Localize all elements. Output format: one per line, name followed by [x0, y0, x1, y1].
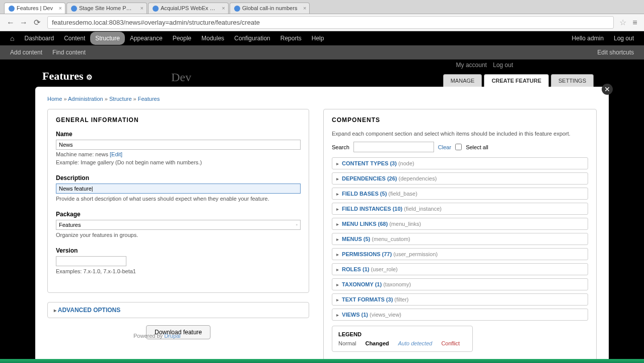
component-row[interactable]: ▸ CONTENT TYPES (3) (node) — [332, 157, 588, 169]
description-label: Description — [56, 174, 301, 182]
reload-button[interactable]: ⟳ — [31, 17, 42, 28]
package-input[interactable] — [56, 220, 301, 230]
close-icon[interactable]: × — [59, 5, 62, 11]
component-machine: (dependencies) — [399, 175, 437, 182]
component-title: FIELD INSTANCES (10) — [342, 206, 402, 212]
chevron-right-icon: ▸ — [336, 297, 339, 302]
menu-icon[interactable]: ≡ — [630, 18, 640, 27]
favicon-icon — [153, 6, 159, 12]
component-row[interactable]: ▸ MENU LINKS (68) (menu_links) — [332, 218, 588, 230]
overlay: Features⚙ MANAGE CREATE FEATURE SETTINGS… — [35, 67, 609, 363]
description-input[interactable] — [56, 184, 301, 194]
component-row[interactable]: ▸ FIELD BASES (5) (field_base) — [332, 188, 588, 200]
browser-tab[interactable]: Global call-in numbers× — [230, 3, 310, 14]
component-row[interactable]: ▸ DEPENDENCIES (26) (dependencies) — [332, 172, 588, 185]
add-content-link[interactable]: Add content — [5, 46, 47, 59]
package-help: Organize your features in groups. — [56, 232, 301, 238]
menu-appearance[interactable]: Appearance — [125, 32, 168, 45]
tab-manage[interactable]: MANAGE — [443, 74, 482, 87]
components-fieldset: COMPONENTS Expand each component section… — [323, 109, 597, 361]
close-icon[interactable]: × — [303, 5, 306, 11]
select-all-label: Select all — [466, 144, 488, 150]
breadcrumb-features[interactable]: Features — [138, 96, 160, 102]
browser-tab-strip: Features | Dev× Stage Site Home Page | S… — [0, 0, 644, 14]
breadcrumb-home[interactable]: Home — [47, 96, 62, 102]
url-input[interactable]: featuresdemo.local:8083/news#overlay=adm… — [47, 16, 614, 29]
find-content-link[interactable]: Find content — [47, 46, 91, 59]
logout-link[interactable]: Log out — [609, 32, 639, 45]
component-row[interactable]: ▸ TAXONOMY (1) (taxonomy) — [332, 278, 588, 290]
search-input[interactable] — [353, 142, 434, 152]
legend-conflict: Conflict — [441, 340, 460, 346]
component-title: TAXONOMY (1) — [342, 281, 382, 287]
select-all-checkbox[interactable] — [455, 144, 462, 150]
edit-shortcuts-link[interactable]: Edit shortcuts — [592, 46, 639, 59]
chevron-right-icon: ▸ — [336, 191, 339, 197]
hello-user[interactable]: Hello admin — [567, 32, 609, 45]
menu-help[interactable]: Help — [307, 32, 329, 45]
menu-reports[interactable]: Reports — [275, 32, 307, 45]
advanced-options-fieldset[interactable]: ADVANCED OPTIONS — [47, 302, 309, 318]
component-machine: (user_permission) — [393, 251, 438, 257]
page-background: My account Log out Dev Features⚙ MANAGE … — [0, 59, 644, 363]
bottom-bar — [0, 359, 644, 363]
name-input[interactable] — [56, 140, 301, 150]
gear-icon[interactable]: ⚙ — [86, 74, 93, 81]
version-label: Version — [56, 247, 301, 254]
menu-content[interactable]: Content — [59, 32, 90, 45]
description-help: Provide a short description of what user… — [56, 196, 301, 202]
legend-normal: Normal — [338, 340, 356, 346]
breadcrumb-admin[interactable]: Administration — [68, 96, 103, 102]
close-icon[interactable]: × — [222, 5, 225, 11]
clear-link[interactable]: Clear — [438, 144, 451, 150]
menu-configuration[interactable]: Configuration — [229, 32, 275, 45]
legend: LEGEND Normal Changed Auto detected Conf… — [332, 326, 473, 352]
page-title: Features⚙ — [42, 70, 93, 83]
dropdown-icon[interactable]: ◦ — [296, 222, 298, 227]
menu-structure[interactable]: Structure — [90, 32, 125, 45]
overlay-close-icon[interactable]: ✕ — [602, 84, 613, 95]
component-title: MENU LINKS (68) — [342, 221, 388, 227]
component-row[interactable]: ▸ VIEWS (1) (views_view) — [332, 309, 588, 321]
component-machine: (node) — [398, 160, 414, 166]
search-label: Search — [332, 144, 349, 150]
chevron-right-icon: ▸ — [336, 206, 339, 212]
drupal-link[interactable]: Drupal — [164, 333, 180, 339]
menu-modules[interactable]: Modules — [196, 32, 229, 45]
section-title: GENERAL INFORMATION — [56, 116, 301, 124]
menu-dashboard[interactable]: Dashboard — [19, 32, 59, 45]
legend-changed: Changed — [365, 340, 389, 346]
tab-label: AcquiaUPS WebEx Enterp — [161, 5, 226, 11]
component-row[interactable]: ▸ PERMISSIONS (77) (user_permission) — [332, 248, 588, 260]
tab-settings[interactable]: SETTINGS — [551, 74, 594, 87]
chevron-right-icon: ▸ — [336, 282, 339, 287]
browser-tab[interactable]: Stage Site Home Page | St× — [66, 3, 147, 14]
chevron-right-icon: ▸ — [336, 312, 339, 318]
section-title: COMPONENTS — [332, 116, 588, 124]
version-input[interactable] — [56, 256, 126, 266]
component-row[interactable]: ▸ MENUS (5) (menu_custom) — [332, 233, 588, 245]
tab-create-feature[interactable]: CREATE FEATURE — [484, 74, 549, 87]
chevron-right-icon: ▸ — [336, 176, 339, 182]
component-machine: (field_base) — [388, 191, 417, 197]
forward-button[interactable]: → — [18, 17, 29, 28]
back-button[interactable]: ← — [5, 17, 16, 28]
machine-name-edit-link[interactable]: [Edit] — [110, 151, 122, 157]
favicon-icon — [234, 6, 240, 12]
machine-name-text: Machine name: news [Edit] — [56, 151, 301, 157]
breadcrumb-structure[interactable]: Structure — [109, 96, 132, 102]
favicon-icon — [9, 6, 15, 12]
component-row[interactable]: ▸ ROLES (1) (user_role) — [332, 263, 588, 275]
chevron-right-icon: ▸ — [336, 161, 339, 166]
component-row[interactable]: ▸ FIELD INSTANCES (10) (field_instance) — [332, 203, 588, 215]
menu-people[interactable]: People — [168, 32, 196, 45]
close-icon[interactable]: × — [140, 5, 144, 11]
bookmark-icon[interactable]: ☆ — [618, 18, 628, 27]
breadcrumb: Home » Administration » Structure » Feat… — [47, 96, 597, 102]
home-icon[interactable]: ⌂ — [5, 31, 19, 45]
component-row[interactable]: ▸ TEXT FORMATS (3) (filter) — [332, 293, 588, 306]
browser-tab[interactable]: Features | Dev× — [4, 3, 65, 14]
legend-title: LEGEND — [338, 331, 466, 337]
component-machine: (taxonomy) — [383, 281, 411, 287]
browser-tab[interactable]: AcquiaUPS WebEx Enterp× — [148, 3, 229, 14]
